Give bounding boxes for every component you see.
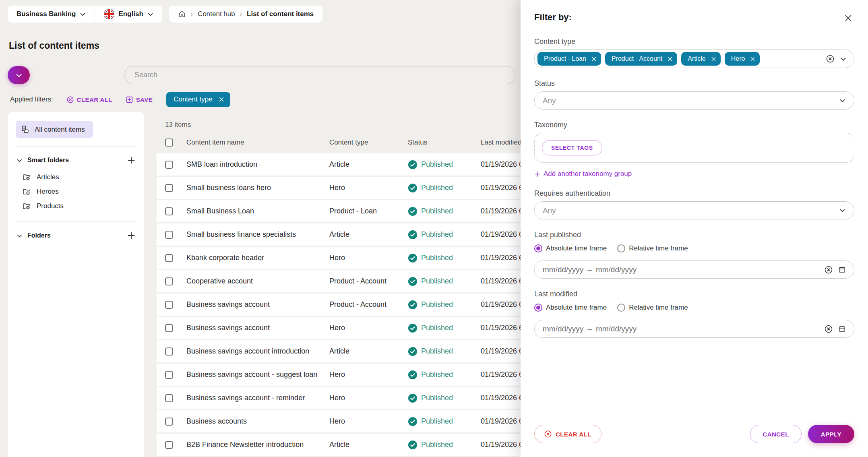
cell-name[interactable]: Business accounts xyxy=(186,417,329,426)
chip-label: Product - Account xyxy=(612,55,662,62)
column-header-status[interactable]: Status xyxy=(408,139,481,147)
workspace-dropdown[interactable]: Business Banking xyxy=(8,6,95,23)
smart-folders-list: Articles Heroes Products xyxy=(16,170,136,213)
clear-date-icon[interactable] xyxy=(825,325,833,333)
status-select[interactable]: Any xyxy=(534,91,854,110)
breadcrumb-content-hub[interactable]: Content hub xyxy=(198,10,235,18)
add-taxonomy-group-button[interactable]: Add another taxonomy group xyxy=(534,170,854,178)
remove-chip-icon[interactable] xyxy=(711,56,717,62)
row-checkbox[interactable] xyxy=(165,301,173,309)
cancel-button[interactable]: CANCEL xyxy=(750,425,802,443)
relative-time-frame-label: Relative time frame xyxy=(629,304,688,312)
chevron-down-icon[interactable] xyxy=(840,56,847,62)
cell-name[interactable]: Kbank corporate header xyxy=(186,254,329,262)
content-type-multiselect[interactable]: Product - Loan Product - Account Article… xyxy=(534,50,854,68)
add-folder-button[interactable] xyxy=(127,232,135,240)
cell-name[interactable]: Business savings account - suggest loan xyxy=(186,370,329,379)
content-type-chip[interactable]: Hero xyxy=(725,52,760,66)
search-input[interactable] xyxy=(134,71,505,79)
last-modified-date-range[interactable]: mm/dd/yyyy – mm/dd/yyyy xyxy=(534,320,854,338)
cell-status: Published xyxy=(408,277,481,286)
clear-selection-icon[interactable] xyxy=(826,55,834,63)
sidebar-smart-folder-item[interactable]: Articles xyxy=(16,170,136,184)
remove-chip-icon[interactable] xyxy=(667,56,673,62)
row-checkbox[interactable] xyxy=(165,347,173,356)
cell-type: Article xyxy=(329,347,408,356)
date-range-separator: – xyxy=(587,325,592,333)
cell-name[interactable]: SMB loan introduction xyxy=(186,160,329,169)
content-type-chip[interactable]: Article xyxy=(681,52,720,66)
apply-button[interactable]: APPLY xyxy=(808,425,854,443)
cell-name[interactable]: Business savings account introduction xyxy=(186,347,329,356)
cell-name[interactable]: Cooperative account xyxy=(186,277,329,285)
content-type-chip[interactable]: Product - Account xyxy=(605,52,677,66)
select-tags-button[interactable]: SELECT TAGS xyxy=(542,140,602,155)
row-checkbox[interactable] xyxy=(165,277,173,285)
cell-status: Published xyxy=(408,230,481,240)
calendar-icon[interactable] xyxy=(838,266,846,273)
sidebar-smart-folder-item[interactable]: Products xyxy=(16,199,136,213)
cell-name[interactable]: Business savings account xyxy=(186,300,329,309)
column-header-type[interactable]: Content type xyxy=(329,139,408,147)
select-all-checkbox[interactable] xyxy=(165,139,173,147)
new-content-item-dropdown[interactable] xyxy=(8,66,30,84)
row-checkbox[interactable] xyxy=(165,371,173,379)
column-header-name[interactable]: Content item name xyxy=(186,139,329,147)
date-to-placeholder: mm/dd/yyyy xyxy=(596,265,637,274)
cell-name[interactable]: Business savings account xyxy=(186,324,329,332)
row-checkbox[interactable] xyxy=(165,161,173,169)
language-dropdown[interactable]: English xyxy=(95,6,162,23)
calendar-icon[interactable] xyxy=(838,325,846,333)
cell-name[interactable]: Small business loans hero xyxy=(186,184,329,192)
new-content-item-button[interactable]: NEW CONTENT ITEM xyxy=(8,66,30,84)
row-checkbox[interactable] xyxy=(165,394,173,402)
row-checkbox[interactable] xyxy=(165,324,173,332)
save-filters-button[interactable]: SAVE xyxy=(126,96,153,103)
clear-all-label: CLEAR ALL xyxy=(77,96,112,103)
last-modified-label: Last modified xyxy=(534,290,854,298)
last-published-date-range[interactable]: mm/dd/yyyy – mm/dd/yyyy xyxy=(534,261,854,279)
status-label: Published xyxy=(421,254,453,262)
row-checkbox[interactable] xyxy=(165,184,173,192)
applied-filter-chip-content-type[interactable]: Content type xyxy=(166,92,230,107)
last-modified-absolute-radio[interactable]: Absolute time frame xyxy=(534,304,607,312)
taxonomy-group-box: SELECT TAGS xyxy=(534,133,854,163)
cell-name[interactable]: Small business finance specialists xyxy=(186,230,329,239)
chevron-down-icon[interactable] xyxy=(17,233,23,239)
clear-all-filters-button[interactable]: CLEAR ALL xyxy=(67,96,112,103)
remove-chip-icon[interactable] xyxy=(750,56,756,62)
radio-icon xyxy=(617,244,625,252)
panel-clear-all-button[interactable]: CLEAR ALL xyxy=(534,425,601,443)
add-smart-folder-button[interactable] xyxy=(127,156,135,164)
last-modified-relative-radio[interactable]: Relative time frame xyxy=(617,304,688,312)
smart-folder-icon xyxy=(22,187,31,196)
sidebar-smart-folder-item[interactable]: Heroes xyxy=(16,184,136,199)
row-checkbox[interactable] xyxy=(165,207,173,215)
remove-chip-icon[interactable] xyxy=(591,56,597,62)
last-published-relative-radio[interactable]: Relative time frame xyxy=(617,244,688,252)
cell-name[interactable]: Small Business Loan xyxy=(186,207,329,215)
sidebar-item-all-content-items[interactable]: All content items xyxy=(16,121,93,138)
content-type-chips: Product - Loan Product - Account Article… xyxy=(537,52,760,66)
content-items-icon xyxy=(21,125,30,134)
row-checkbox[interactable] xyxy=(165,254,173,262)
home-icon[interactable] xyxy=(178,10,186,18)
requires-authentication-select[interactable]: Any xyxy=(534,201,854,219)
close-panel-button[interactable] xyxy=(842,12,854,25)
row-checkbox[interactable] xyxy=(165,441,173,449)
row-checkbox[interactable] xyxy=(165,231,173,239)
absolute-time-frame-label: Absolute time frame xyxy=(546,244,607,252)
row-checkbox[interactable] xyxy=(165,418,173,426)
cell-name[interactable]: B2B Finance Newsletter introduction xyxy=(186,440,329,449)
clear-date-icon[interactable] xyxy=(825,266,833,274)
published-check-icon xyxy=(408,160,417,170)
content-type-chip[interactable]: Product - Loan xyxy=(537,52,601,66)
chevron-down-icon[interactable] xyxy=(17,157,23,163)
cell-name[interactable]: Business savings account - reminder xyxy=(186,394,329,402)
last-published-absolute-radio[interactable]: Absolute time frame xyxy=(534,244,607,252)
remove-filter-icon[interactable] xyxy=(218,96,225,103)
cell-type: Hero xyxy=(329,254,408,262)
cell-type: Hero xyxy=(329,184,408,192)
published-check-icon xyxy=(408,207,417,216)
published-check-icon xyxy=(408,230,417,240)
